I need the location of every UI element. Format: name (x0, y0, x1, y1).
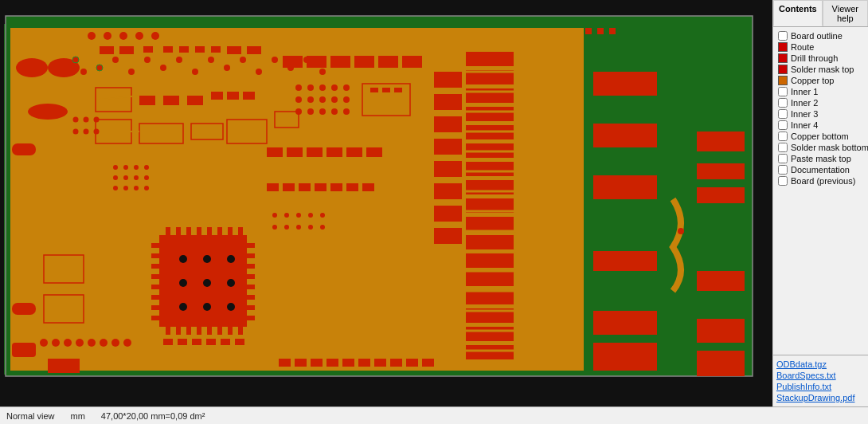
svg-rect-141 (370, 88, 378, 92)
svg-rect-172 (466, 327, 514, 341)
svg-rect-97 (247, 264, 255, 269)
layer-label-solder-mask-top: Solder mask top (791, 65, 854, 74)
svg-rect-184 (593, 124, 657, 147)
layer-checkbox-board-previous[interactable] (778, 176, 788, 186)
svg-point-82 (203, 279, 211, 287)
svg-rect-173 (466, 345, 514, 359)
svg-point-79 (203, 255, 211, 263)
svg-rect-194 (697, 351, 745, 376)
layer-item-inner-2[interactable]: Inner 2 (776, 97, 865, 108)
layer-checkbox-inner-4[interactable] (778, 120, 788, 130)
svg-point-207 (123, 186, 128, 190)
svg-point-62 (73, 129, 79, 135)
svg-point-204 (134, 175, 139, 180)
svg-point-131 (307, 96, 314, 103)
layer-item-solder-mask-bottom[interactable]: Solder mask bottom (776, 142, 865, 153)
svg-rect-168 (466, 253, 514, 268)
svg-rect-73 (434, 161, 462, 177)
layer-checkbox-inner-1[interactable] (778, 87, 788, 96)
svg-point-78 (179, 255, 187, 263)
layer-item-documentation[interactable]: Documentation (776, 164, 865, 175)
file-link-StackupDrawingpdf[interactable]: StackupDrawing.pdf (776, 392, 865, 403)
file-link-ODBdatatgz[interactable]: ODBdata.tgz (776, 359, 865, 370)
svg-point-178 (88, 339, 96, 347)
svg-rect-146 (307, 147, 323, 157)
svg-point-137 (319, 108, 326, 115)
svg-rect-166 (466, 217, 514, 231)
layer-label-board-outline: Board outline (791, 31, 843, 41)
layer-checkbox-paste-mask-top[interactable] (778, 154, 788, 163)
svg-rect-87 (151, 243, 159, 248)
svg-rect-239 (597, 28, 604, 34)
svg-rect-122 (354, 56, 374, 68)
svg-rect-232 (342, 359, 354, 367)
svg-rect-106 (197, 227, 201, 235)
layer-item-route[interactable]: Route (776, 41, 865, 53)
svg-rect-147 (326, 147, 342, 157)
svg-rect-94 (151, 316, 159, 320)
svg-rect-99 (247, 285, 255, 289)
layer-list: Board outlineRouteDrill throughSolder ma… (773, 27, 868, 355)
layer-item-drill-through[interactable]: Drill through (776, 53, 865, 64)
svg-point-23 (135, 32, 143, 40)
svg-point-22 (119, 32, 127, 40)
layer-checkbox-inner-2[interactable] (778, 98, 788, 108)
svg-point-63 (84, 129, 89, 135)
sidebar-tabs: Contents Viewer help (773, 0, 868, 27)
svg-rect-155 (346, 183, 358, 191)
svg-point-38 (128, 69, 135, 75)
svg-rect-105 (186, 227, 191, 235)
layer-checkbox-copper-bottom[interactable] (778, 132, 788, 141)
svg-point-202 (113, 175, 118, 180)
svg-rect-231 (326, 359, 338, 367)
svg-rect-160 (466, 107, 514, 121)
layer-checkbox-board-outline[interactable] (778, 31, 788, 41)
layer-label-drill-through: Drill through (791, 53, 838, 63)
svg-point-203 (123, 175, 128, 180)
svg-point-21 (104, 32, 111, 40)
layer-item-copper-top[interactable]: Copper top (776, 75, 865, 86)
svg-rect-156 (362, 183, 374, 191)
main-area: Contents Viewer help Board outlineRouteD… (0, 0, 868, 406)
svg-rect-150 (267, 183, 279, 191)
layer-item-copper-bottom[interactable]: Copper bottom (776, 131, 865, 142)
svg-point-44 (224, 65, 230, 71)
layer-item-inner-3[interactable]: Inner 3 (776, 108, 865, 120)
svg-rect-72 (434, 139, 462, 155)
layer-item-inner-1[interactable]: Inner 1 (776, 86, 865, 97)
svg-rect-102 (247, 316, 255, 320)
layer-item-board-previous[interactable]: Board (previous) (776, 175, 865, 186)
svg-point-175 (52, 339, 60, 347)
svg-rect-238 (585, 28, 592, 34)
svg-point-176 (64, 339, 72, 347)
svg-rect-101 (247, 305, 255, 310)
svg-point-39 (144, 57, 151, 63)
svg-rect-33 (247, 46, 261, 54)
tab-contents[interactable]: Contents (773, 0, 823, 26)
layer-item-solder-mask-top[interactable]: Solder mask top (776, 64, 865, 75)
layer-checkbox-inner-3[interactable] (778, 109, 788, 119)
svg-point-177 (76, 339, 84, 347)
svg-point-86 (227, 303, 235, 311)
status-bar: Normal view mm 47,00*20,00 mm=0,09 dm² (0, 406, 868, 424)
file-link-PublishInfotxt[interactable]: PublishInfo.txt (776, 381, 865, 392)
layer-checkbox-solder-mask-bottom[interactable] (778, 143, 788, 152)
pcb-canvas[interactable] (0, 0, 772, 406)
layer-item-board-outline[interactable]: Board outline (776, 30, 865, 41)
svg-point-139 (343, 108, 350, 115)
svg-rect-169 (466, 272, 514, 286)
svg-rect-144 (267, 147, 283, 157)
svg-point-210 (272, 213, 277, 218)
tab-viewer-help[interactable]: Viewer help (823, 0, 868, 26)
layer-checkbox-documentation[interactable] (778, 165, 788, 175)
layer-item-paste-mask-top[interactable]: Paste mask top (776, 153, 865, 164)
svg-rect-182 (48, 359, 80, 373)
svg-point-42 (192, 69, 198, 75)
svg-rect-107 (207, 227, 212, 235)
svg-rect-152 (299, 183, 311, 191)
file-link-BoardSpecstxt[interactable]: BoardSpecs.txt (776, 370, 865, 381)
svg-point-41 (176, 57, 182, 63)
svg-point-64 (94, 129, 100, 135)
svg-point-50 (319, 69, 326, 75)
layer-item-inner-4[interactable]: Inner 4 (776, 120, 865, 131)
